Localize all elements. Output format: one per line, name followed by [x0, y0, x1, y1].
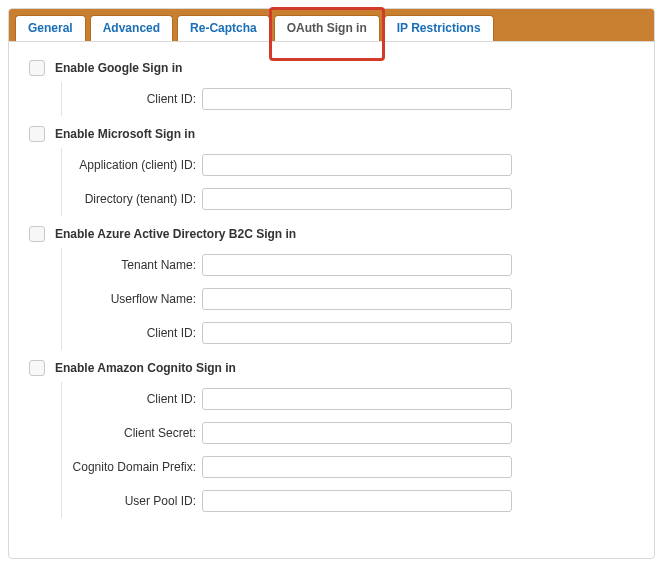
section-title-azure-b2c: Enable Azure Active Directory B2C Sign i… — [55, 227, 296, 241]
field-row-azure-b2c-client-id: Client ID: — [62, 316, 634, 350]
label-amazon-cognito-client-secret: Client Secret: — [62, 426, 202, 440]
field-row-google-client-id: Client ID: — [62, 82, 634, 116]
field-row-amazon-cognito-user-pool-id: User Pool ID: — [62, 484, 634, 518]
tab-ip-restrictions[interactable]: IP Restrictions — [384, 15, 494, 41]
section-header-amazon-cognito: Enable Amazon Cognito Sign in — [29, 360, 634, 376]
tab-advanced[interactable]: Advanced — [90, 15, 173, 41]
field-row-microsoft-application-client-id: Application (client) ID: — [62, 148, 634, 182]
section-title-amazon-cognito: Enable Amazon Cognito Sign in — [55, 361, 236, 375]
fields-microsoft: Application (client) ID:Directory (tenan… — [61, 148, 634, 216]
input-amazon-cognito-client-id[interactable] — [202, 388, 512, 410]
label-google-client-id: Client ID: — [62, 92, 202, 106]
settings-panel: GeneralAdvancedRe-CaptchaOAuth Sign inIP… — [8, 8, 655, 559]
section-azure-b2c: Enable Azure Active Directory B2C Sign i… — [29, 226, 634, 350]
tab-general[interactable]: General — [15, 15, 86, 41]
input-google-client-id[interactable] — [202, 88, 512, 110]
fields-amazon-cognito: Client ID:Client Secret:Cognito Domain P… — [61, 382, 634, 518]
label-azure-b2c-client-id: Client ID: — [62, 326, 202, 340]
field-row-azure-b2c-tenant-name: Tenant Name: — [62, 248, 634, 282]
tab-bar: GeneralAdvancedRe-CaptchaOAuth Sign inIP… — [9, 9, 654, 41]
label-amazon-cognito-cognito-domain-prefix: Cognito Domain Prefix: — [62, 460, 202, 474]
tab-re-captcha[interactable]: Re-Captcha — [177, 15, 270, 41]
input-amazon-cognito-client-secret[interactable] — [202, 422, 512, 444]
field-row-azure-b2c-userflow-name: Userflow Name: — [62, 282, 634, 316]
checkbox-enable-microsoft[interactable] — [29, 126, 45, 142]
fields-google: Client ID: — [61, 82, 634, 116]
field-row-microsoft-directory-tenant-id: Directory (tenant) ID: — [62, 182, 634, 216]
input-microsoft-application-client-id[interactable] — [202, 154, 512, 176]
label-azure-b2c-userflow-name: Userflow Name: — [62, 292, 202, 306]
section-microsoft: Enable Microsoft Sign inApplication (cli… — [29, 126, 634, 216]
input-azure-b2c-tenant-name[interactable] — [202, 254, 512, 276]
label-azure-b2c-tenant-name: Tenant Name: — [62, 258, 202, 272]
section-title-google: Enable Google Sign in — [55, 61, 182, 75]
checkbox-enable-google[interactable] — [29, 60, 45, 76]
section-google: Enable Google Sign inClient ID: — [29, 60, 634, 116]
field-row-amazon-cognito-cognito-domain-prefix: Cognito Domain Prefix: — [62, 450, 634, 484]
section-title-microsoft: Enable Microsoft Sign in — [55, 127, 195, 141]
input-microsoft-directory-tenant-id[interactable] — [202, 188, 512, 210]
label-microsoft-application-client-id: Application (client) ID: — [62, 158, 202, 172]
label-microsoft-directory-tenant-id: Directory (tenant) ID: — [62, 192, 202, 206]
checkbox-enable-azure-b2c[interactable] — [29, 226, 45, 242]
section-header-microsoft: Enable Microsoft Sign in — [29, 126, 634, 142]
input-azure-b2c-userflow-name[interactable] — [202, 288, 512, 310]
input-amazon-cognito-cognito-domain-prefix[interactable] — [202, 456, 512, 478]
label-amazon-cognito-user-pool-id: User Pool ID: — [62, 494, 202, 508]
field-row-amazon-cognito-client-id: Client ID: — [62, 382, 634, 416]
fields-azure-b2c: Tenant Name:Userflow Name:Client ID: — [61, 248, 634, 350]
tab-oauth-sign-in[interactable]: OAuth Sign in — [274, 15, 380, 41]
section-amazon-cognito: Enable Amazon Cognito Sign inClient ID:C… — [29, 360, 634, 518]
input-amazon-cognito-user-pool-id[interactable] — [202, 490, 512, 512]
section-header-azure-b2c: Enable Azure Active Directory B2C Sign i… — [29, 226, 634, 242]
tab-content: Enable Google Sign inClient ID:Enable Mi… — [9, 41, 654, 558]
label-amazon-cognito-client-id: Client ID: — [62, 392, 202, 406]
section-header-google: Enable Google Sign in — [29, 60, 634, 76]
checkbox-enable-amazon-cognito[interactable] — [29, 360, 45, 376]
input-azure-b2c-client-id[interactable] — [202, 322, 512, 344]
field-row-amazon-cognito-client-secret: Client Secret: — [62, 416, 634, 450]
